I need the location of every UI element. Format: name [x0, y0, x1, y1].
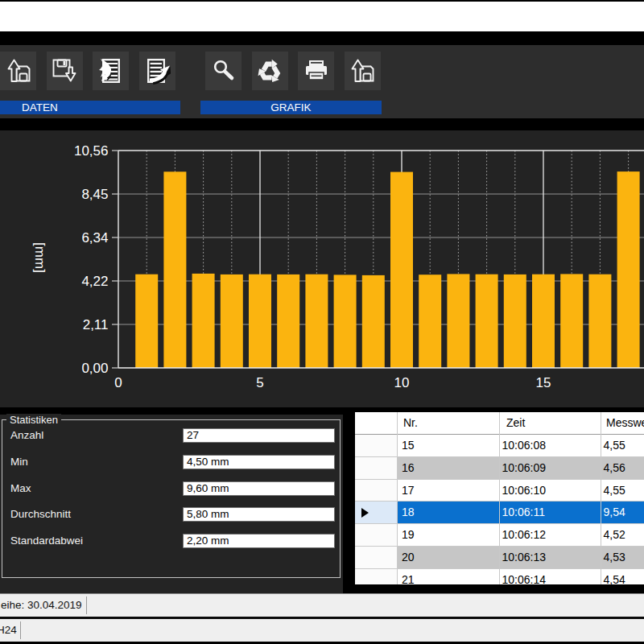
- svg-text:10: 10: [394, 375, 410, 390]
- svg-text:15: 15: [536, 375, 551, 390]
- svg-text:5: 5: [256, 375, 263, 390]
- svg-text:0: 0: [114, 375, 122, 390]
- svg-text:6,34: 6,34: [81, 230, 108, 246]
- svg-text:2,11: 2,11: [83, 317, 109, 332]
- svg-text:10,56: 10,56: [74, 143, 109, 159]
- svg-text:0,00: 0,00: [81, 361, 108, 376]
- svg-text:8,45: 8,45: [81, 187, 108, 202]
- svg-text:4,22: 4,22: [81, 274, 108, 289]
- svg-text:[mm]: [mm]: [32, 242, 47, 273]
